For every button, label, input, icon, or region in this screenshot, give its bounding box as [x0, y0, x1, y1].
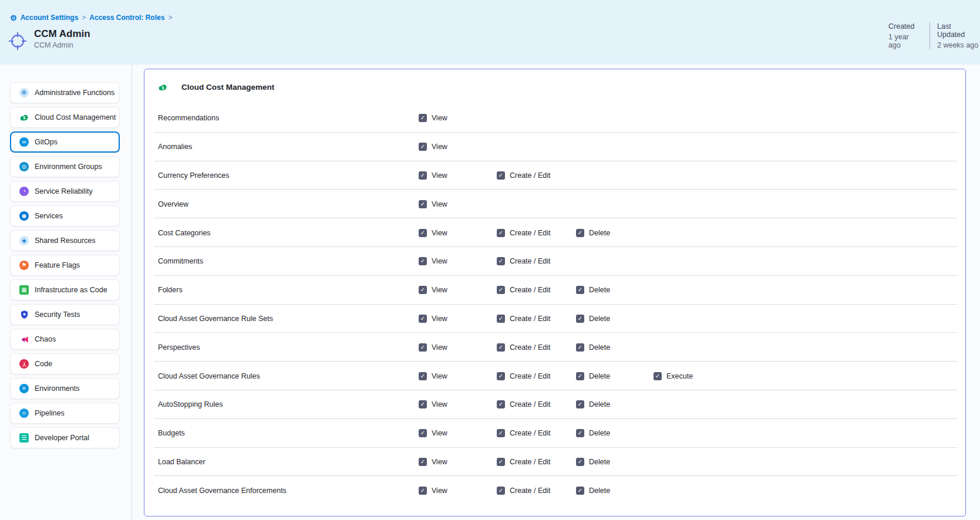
checkbox-checked-icon[interactable]: ✓: [419, 229, 427, 237]
sidebar-item-developer-portal[interactable]: ☰Developer Portal: [10, 427, 120, 448]
sidebar-item-gitops[interactable]: ∞GitOps: [10, 131, 120, 153]
checkbox-checked-icon[interactable]: ✓: [497, 458, 505, 466]
sidebar-item-label: Code: [35, 360, 52, 368]
sidebar-item-services[interactable]: ◉Services: [10, 205, 120, 227]
permission-label: Execute: [666, 372, 693, 380]
permission-view: ✓View: [419, 487, 447, 495]
checkbox-checked-icon[interactable]: ✓: [419, 458, 427, 466]
sidebar-item-security-tests[interactable]: Security Tests: [10, 304, 120, 325]
permission-label: View: [432, 286, 447, 294]
permission-label: Delete: [589, 429, 610, 437]
svg-text:$: $: [23, 116, 25, 120]
environment-groups-icon: ◎: [19, 162, 29, 171]
permission-label: View: [432, 429, 447, 437]
resource-name: Commitments: [158, 257, 203, 265]
permission-label: Create / Edit: [510, 257, 550, 265]
checkbox-checked-icon[interactable]: ✓: [576, 487, 584, 495]
resource-name: Cost Categories: [158, 229, 211, 237]
checkbox-checked-icon[interactable]: ✓: [497, 257, 505, 265]
permission-view: ✓View: [419, 372, 447, 380]
checkbox-checked-icon[interactable]: ✓: [497, 372, 505, 380]
checkbox-checked-icon[interactable]: ✓: [419, 372, 427, 380]
checkbox-checked-icon[interactable]: ✓: [576, 372, 584, 380]
gear-icon: ⚙: [19, 88, 29, 97]
permission-label: Delete: [589, 286, 610, 294]
resource-name: Anomalies: [158, 143, 192, 151]
resource-name: Load Balancer: [158, 458, 206, 466]
resource-name: Perspectives: [158, 343, 200, 352]
sidebar-item-shared-resources[interactable]: ◈Shared Resources: [10, 230, 120, 251]
permission-create-edit: ✓Create / Edit: [497, 171, 550, 180]
sidebar-item-cloud-cost-management[interactable]: $Cloud Cost Management: [10, 107, 120, 128]
checkbox-checked-icon[interactable]: ✓: [576, 229, 584, 237]
checkbox-checked-icon[interactable]: ✓: [419, 343, 427, 352]
permission-label: Delete: [589, 458, 610, 466]
permission-view: ✓View: [419, 114, 447, 122]
sidebar-item-pipelines[interactable]: ≈Pipelines: [10, 403, 120, 424]
resource-name: Cloud Asset Governance Rule Sets: [158, 315, 273, 323]
permission-label: View: [432, 200, 447, 208]
resource-name: Recommendations: [158, 114, 219, 122]
checkbox-checked-icon[interactable]: ✓: [419, 429, 427, 437]
breadcrumb-access-control-roles[interactable]: Access Control: Roles: [89, 13, 164, 22]
permission-row-recommendations: Recommendations✓View: [144, 104, 965, 133]
checkbox-checked-icon[interactable]: ✓: [419, 143, 427, 151]
checkbox-checked-icon[interactable]: ✓: [576, 458, 584, 466]
sidebar-item-label: Pipelines: [35, 409, 65, 417]
checkbox-checked-icon[interactable]: ✓: [497, 400, 505, 408]
last-updated-value: 2 weeks ago: [937, 41, 980, 49]
sidebar-item-label: Infrastructure as Code: [35, 286, 107, 294]
sidebar-item-code[interactable]: YCode: [10, 353, 120, 374]
permission-view: ✓View: [419, 429, 447, 437]
sidebar-item-feature-flags[interactable]: ⚑Feature Flags: [10, 255, 120, 276]
checkbox-checked-icon[interactable]: ✓: [419, 286, 427, 294]
checkbox-checked-icon[interactable]: ✓: [419, 487, 427, 495]
checkbox-checked-icon[interactable]: ✓: [576, 286, 584, 294]
sidebar-item-service-reliability[interactable]: ◔Service Reliability: [10, 181, 120, 202]
checkbox-checked-icon[interactable]: ✓: [497, 286, 505, 294]
sidebar-item-environment-groups[interactable]: ◎Environment Groups: [10, 156, 120, 177]
checkbox-checked-icon[interactable]: ✓: [497, 343, 505, 352]
permission-create-edit: ✓Create / Edit: [497, 372, 550, 380]
cloud-dollar-icon: $: [158, 82, 173, 92]
checkbox-checked-icon[interactable]: ✓: [576, 429, 584, 437]
sidebar-item-environments[interactable]: ≡Environments: [10, 378, 120, 399]
flag-icon: ⚑: [19, 261, 29, 270]
code-branch-icon: Y: [19, 359, 29, 369]
permission-view: ✓View: [419, 229, 447, 237]
permission-label: Create / Edit: [510, 229, 550, 237]
checkbox-checked-icon[interactable]: ✓: [576, 400, 584, 408]
permission-label: Create / Edit: [510, 315, 550, 323]
breadcrumb-separator: >: [168, 13, 172, 22]
breadcrumb-account-settings[interactable]: Account Settings: [21, 13, 79, 22]
sidebar-item-infrastructure-as-code[interactable]: ▦Infrastructure as Code: [10, 279, 120, 300]
permission-label: Create / Edit: [510, 343, 550, 352]
permission-delete: ✓Delete: [576, 429, 610, 437]
checkbox-checked-icon[interactable]: ✓: [497, 487, 505, 495]
service-reliability-icon: ◔: [19, 187, 29, 196]
checkbox-checked-icon[interactable]: ✓: [654, 372, 662, 380]
created-value: 1 year ago: [888, 33, 922, 49]
checkbox-checked-icon[interactable]: ✓: [419, 257, 427, 265]
checkbox-checked-icon[interactable]: ✓: [497, 229, 505, 237]
checkbox-checked-icon[interactable]: ✓: [497, 429, 505, 437]
checkbox-checked-icon[interactable]: ✓: [576, 343, 584, 352]
checkbox-checked-icon[interactable]: ✓: [419, 200, 427, 208]
developer-portal-icon: ☰: [19, 433, 29, 443]
checkbox-checked-icon[interactable]: ✓: [576, 315, 584, 323]
checkbox-checked-icon[interactable]: ✓: [419, 400, 427, 408]
checkbox-checked-icon[interactable]: ✓: [419, 315, 427, 323]
checkbox-checked-icon[interactable]: ✓: [419, 114, 427, 122]
gitops-icon: ∞: [19, 137, 29, 147]
sidebar-item-label: Services: [35, 212, 63, 220]
permission-view: ✓View: [419, 171, 447, 180]
checkbox-checked-icon[interactable]: ✓: [497, 315, 505, 323]
permission-view: ✓View: [419, 343, 447, 352]
checkbox-checked-icon[interactable]: ✓: [419, 171, 427, 180]
permission-label: View: [432, 487, 447, 495]
sidebar-item-chaos[interactable]: Chaos: [10, 329, 120, 350]
permission-delete: ✓Delete: [576, 458, 610, 466]
checkbox-checked-icon[interactable]: ✓: [497, 171, 505, 180]
sidebar-item-administrative-functions[interactable]: ⚙Administrative Functions: [10, 82, 120, 103]
section-title: Cloud Cost Management: [181, 83, 274, 92]
